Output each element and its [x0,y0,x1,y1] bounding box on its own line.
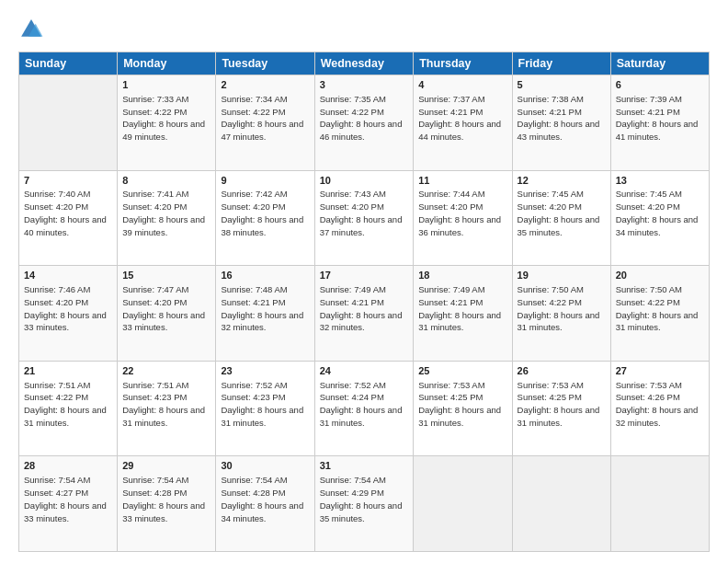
cell-content: Sunrise: 7:53 AMSunset: 4:25 PMDaylight:… [418,380,501,428]
day-number: 31 [320,459,409,473]
weekday-header: Sunday [19,52,118,75]
calendar-week-row: 14Sunrise: 7:46 AMSunset: 4:20 PMDayligh… [19,266,710,362]
weekday-header: Monday [118,52,216,75]
cell-content: Sunrise: 7:43 AMSunset: 4:20 PMDaylight:… [320,189,403,236]
day-number: 19 [518,269,606,282]
day-number: 29 [122,459,210,473]
calendar-cell: 5Sunrise: 7:38 AMSunset: 4:21 PMDaylight… [512,75,610,171]
cell-content: Sunrise: 7:41 AMSunset: 4:20 PMDaylight:… [122,189,205,236]
cell-content: Sunrise: 7:40 AMSunset: 4:20 PMDaylight:… [24,189,107,236]
calendar-cell: 27Sunrise: 7:53 AMSunset: 4:26 PMDayligh… [610,361,709,456]
weekday-header: Tuesday [216,52,314,75]
calendar-cell: 25Sunrise: 7:53 AMSunset: 4:25 PMDayligh… [414,361,512,456]
day-number: 21 [24,364,112,378]
calendar-cell: 24Sunrise: 7:52 AMSunset: 4:24 PMDayligh… [314,361,414,456]
logo-icon [18,17,44,42]
day-number: 4 [418,78,506,92]
day-number: 16 [221,269,309,282]
day-number: 17 [320,269,409,282]
calendar-week-row: 21Sunrise: 7:51 AMSunset: 4:22 PMDayligh… [19,361,710,456]
cell-content: Sunrise: 7:45 AMSunset: 4:20 PMDaylight:… [616,189,699,236]
calendar-header: SundayMondayTuesdayWednesdayThursdayFrid… [19,52,710,75]
calendar-body: 1Sunrise: 7:33 AMSunset: 4:22 PMDaylight… [19,75,710,552]
weekday-header: Saturday [610,52,709,75]
day-number: 14 [24,269,112,282]
cell-content: Sunrise: 7:42 AMSunset: 4:20 PMDaylight:… [221,189,303,236]
calendar-cell: 10Sunrise: 7:43 AMSunset: 4:20 PMDayligh… [314,170,414,266]
cell-content: Sunrise: 7:54 AMSunset: 4:28 PMDaylight:… [122,475,205,523]
weekday-row: SundayMondayTuesdayWednesdayThursdayFrid… [19,52,710,75]
calendar-cell: 29Sunrise: 7:54 AMSunset: 4:28 PMDayligh… [118,456,216,552]
calendar-cell: 1Sunrise: 7:33 AMSunset: 4:22 PMDaylight… [118,75,216,171]
cell-content: Sunrise: 7:35 AMSunset: 4:22 PMDaylight:… [320,94,403,142]
calendar-cell: 3Sunrise: 7:35 AMSunset: 4:22 PMDaylight… [314,75,414,171]
cell-content: Sunrise: 7:48 AMSunset: 4:21 PMDaylight:… [221,284,303,332]
cell-content: Sunrise: 7:53 AMSunset: 4:25 PMDaylight:… [518,380,600,428]
day-number: 18 [418,269,506,282]
calendar-cell: 28Sunrise: 7:54 AMSunset: 4:27 PMDayligh… [19,456,118,552]
calendar-cell [414,456,512,552]
header [18,17,710,42]
calendar-cell: 15Sunrise: 7:47 AMSunset: 4:20 PMDayligh… [118,266,216,362]
day-number: 12 [518,174,606,188]
day-number: 9 [221,174,309,188]
day-number: 26 [518,364,606,378]
calendar-week-row: 7Sunrise: 7:40 AMSunset: 4:20 PMDaylight… [19,170,710,266]
calendar-cell: 12Sunrise: 7:45 AMSunset: 4:20 PMDayligh… [512,170,610,266]
cell-content: Sunrise: 7:47 AMSunset: 4:20 PMDaylight:… [122,284,205,332]
cell-content: Sunrise: 7:54 AMSunset: 4:27 PMDaylight:… [24,475,107,523]
calendar-cell: 31Sunrise: 7:54 AMSunset: 4:29 PMDayligh… [314,456,414,552]
calendar-cell: 20Sunrise: 7:50 AMSunset: 4:22 PMDayligh… [610,266,709,362]
cell-content: Sunrise: 7:38 AMSunset: 4:21 PMDaylight:… [518,94,600,142]
calendar-cell: 4Sunrise: 7:37 AMSunset: 4:21 PMDaylight… [414,75,512,171]
calendar-cell: 8Sunrise: 7:41 AMSunset: 4:20 PMDaylight… [118,170,216,266]
cell-content: Sunrise: 7:51 AMSunset: 4:22 PMDaylight:… [24,380,107,428]
day-number: 13 [616,174,704,188]
day-number: 3 [320,78,409,92]
cell-content: Sunrise: 7:37 AMSunset: 4:21 PMDaylight:… [418,94,501,142]
day-number: 6 [616,78,704,92]
calendar-cell: 16Sunrise: 7:48 AMSunset: 4:21 PMDayligh… [216,266,314,362]
weekday-header: Thursday [414,52,512,75]
cell-content: Sunrise: 7:51 AMSunset: 4:23 PMDaylight:… [122,380,205,428]
calendar-cell [512,456,610,552]
day-number: 11 [418,174,506,188]
calendar-cell: 17Sunrise: 7:49 AMSunset: 4:21 PMDayligh… [314,266,414,362]
cell-content: Sunrise: 7:49 AMSunset: 4:21 PMDaylight:… [320,284,403,332]
calendar: SundayMondayTuesdayWednesdayThursdayFrid… [18,52,710,552]
day-number: 25 [418,364,506,378]
calendar-cell: 18Sunrise: 7:49 AMSunset: 4:21 PMDayligh… [414,266,512,362]
cell-content: Sunrise: 7:54 AMSunset: 4:28 PMDaylight:… [221,475,303,523]
day-number: 23 [221,364,309,378]
calendar-cell: 6Sunrise: 7:39 AMSunset: 4:21 PMDaylight… [610,75,709,171]
day-number: 5 [518,78,606,92]
weekday-header: Wednesday [314,52,414,75]
cell-content: Sunrise: 7:39 AMSunset: 4:21 PMDaylight:… [616,94,699,142]
calendar-week-row: 1Sunrise: 7:33 AMSunset: 4:22 PMDaylight… [19,75,710,171]
cell-content: Sunrise: 7:49 AMSunset: 4:21 PMDaylight:… [418,284,501,332]
cell-content: Sunrise: 7:50 AMSunset: 4:22 PMDaylight:… [518,284,600,332]
calendar-cell: 22Sunrise: 7:51 AMSunset: 4:23 PMDayligh… [118,361,216,456]
cell-content: Sunrise: 7:45 AMSunset: 4:20 PMDaylight:… [518,189,600,236]
calendar-cell: 30Sunrise: 7:54 AMSunset: 4:28 PMDayligh… [216,456,314,552]
day-number: 30 [221,459,309,473]
day-number: 8 [122,174,210,188]
day-number: 28 [24,459,112,473]
day-number: 7 [24,174,112,188]
day-number: 2 [221,78,309,92]
day-number: 10 [320,174,409,188]
cell-content: Sunrise: 7:44 AMSunset: 4:20 PMDaylight:… [418,189,501,236]
calendar-week-row: 28Sunrise: 7:54 AMSunset: 4:27 PMDayligh… [19,456,710,552]
cell-content: Sunrise: 7:52 AMSunset: 4:24 PMDaylight:… [320,380,403,428]
calendar-cell: 19Sunrise: 7:50 AMSunset: 4:22 PMDayligh… [512,266,610,362]
day-number: 20 [616,269,704,282]
cell-content: Sunrise: 7:46 AMSunset: 4:20 PMDaylight:… [24,284,107,332]
calendar-cell: 11Sunrise: 7:44 AMSunset: 4:20 PMDayligh… [414,170,512,266]
day-number: 15 [122,269,210,282]
calendar-cell: 23Sunrise: 7:52 AMSunset: 4:23 PMDayligh… [216,361,314,456]
calendar-cell: 26Sunrise: 7:53 AMSunset: 4:25 PMDayligh… [512,361,610,456]
day-number: 27 [616,364,704,378]
logo [18,17,48,42]
calendar-cell [610,456,709,552]
cell-content: Sunrise: 7:54 AMSunset: 4:29 PMDaylight:… [320,475,403,523]
